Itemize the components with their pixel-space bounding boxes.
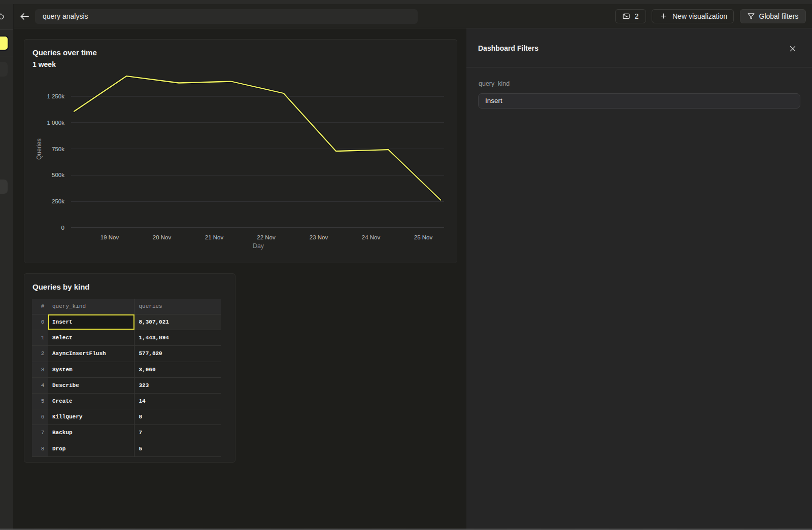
svg-text:1 250k: 1 250k <box>47 93 64 99</box>
svg-text:Queries: Queries <box>36 138 43 159</box>
svg-text:0: 0 <box>61 225 64 231</box>
svg-text:21 Nov: 21 Nov <box>205 234 224 240</box>
svg-text:250k: 250k <box>52 198 64 204</box>
svg-text:20 Nov: 20 Nov <box>153 234 172 240</box>
svg-text:Day: Day <box>253 242 264 250</box>
svg-text:19 Nov: 19 Nov <box>100 234 119 240</box>
svg-text:24 Nov: 24 Nov <box>362 234 381 240</box>
svg-text:1 000k: 1 000k <box>47 119 64 125</box>
svg-text:23 Nov: 23 Nov <box>310 234 328 240</box>
svg-text:25 Nov: 25 Nov <box>414 234 433 240</box>
svg-text:500k: 500k <box>52 172 64 178</box>
svg-text:750k: 750k <box>52 146 64 152</box>
svg-text:22 Nov: 22 Nov <box>257 234 276 240</box>
